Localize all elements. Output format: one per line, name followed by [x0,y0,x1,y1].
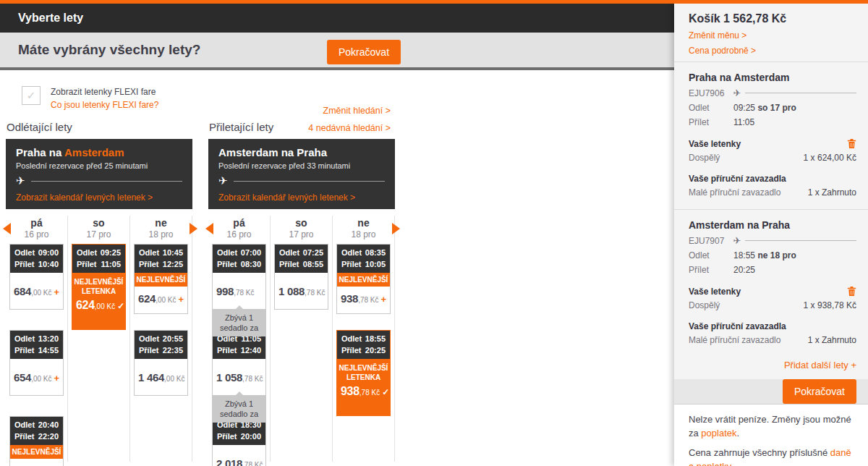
time-row: Přílet10:05 [341,259,386,270]
cheapest-banner: NEJLEVNĚJŠÍ LETENKA [337,359,390,384]
time-row: Přílet12:40 [217,345,261,356]
time-label: Přílet [217,259,237,270]
prev-days-arrow-icon[interactable] [3,223,11,234]
depart-date: so 17 pro [757,103,796,113]
segment-route: Amsterdam na Praha [689,219,856,231]
group-arriving: Přiletající lety Amsterdam na Praha Posl… [208,121,395,462]
day-column-header[interactable]: so 17 pro [271,216,333,243]
day-column-header[interactable]: so 17 pro [68,216,130,243]
day-column-header[interactable]: ne 18 pro [333,216,395,243]
flight-card[interactable]: Odlet10:45Přílet12:25NEJLEVNĚJŠÍ624,00 K… [134,244,188,314]
time-label: Odlet [341,334,362,344]
price: 1 088,78 Kč [275,273,328,309]
continue-button-basket[interactable]: Pokračovat [783,379,856,404]
depart-value: 09:25 so 17 pro [733,103,796,113]
price-detail-link[interactable]: Cena podrobně > [689,46,856,56]
flight-slot [271,416,332,466]
flight-times: Odlet18:55Přílet20:25 [337,331,390,359]
flight-times: Odlet20:40Přílet22:20 [10,417,63,445]
day-column-header[interactable]: pá 16 pro [6,216,68,243]
time-row: Přílet14:55 [14,345,59,356]
flexi-checkbox[interactable]: ✓ [22,86,41,105]
segment-flight-row: EJU7907 ✈ [689,235,856,246]
flight-card[interactable]: Odlet07:00Přílet08:30998,78 Kč [212,244,266,310]
day-of-week: so [271,217,332,229]
passenger-type: Dospělý [689,300,720,310]
flight-card[interactable]: Odlet20:55Přílet22:351 464,00 Kč [134,330,188,396]
flight-card[interactable]: Odlet18:55Přílet20:25NEJLEVNĚJŠÍ LETENKA… [336,330,391,416]
time-row: Odlet18:55 [341,334,386,344]
price-integer: 1 058 [216,371,242,384]
flight-card[interactable]: Odlet13:20Přílet14:55654,00 Kč+ [9,330,64,396]
continue-button-top[interactable]: Pokračovat [327,40,401,64]
change-search-link[interactable]: Změnit hledání > [217,106,391,116]
depart-time: 09:25 [733,103,757,113]
flexi-info-link[interactable]: Co jsou letenky FLEXI fare? [51,99,158,111]
day-of-week: ne [333,217,394,229]
time-value: 08:35 [365,247,386,258]
seats-left-note: Zbývá 1 sedadlo za [212,396,266,423]
time-row: Přílet11:05 [77,259,121,270]
day-of-week: so [68,217,129,229]
price: 1 058,78 Kč [213,359,265,395]
next-days-arrow-icon[interactable] [190,223,197,234]
day-column-header[interactable]: pá 16 pro [208,216,271,243]
route-highlight: Amsterdam [64,146,124,158]
time-value: 07:25 [303,247,323,258]
trash-icon[interactable] [847,286,856,297]
price: 938,78 Kč✓ [337,384,390,415]
time-label: Odlet [279,247,299,258]
time-value: 20:55 [163,334,183,344]
price: 624,00 Kč+ [10,459,63,466]
next-days-arrow-icon[interactable] [392,223,400,234]
flight-grid-departing: Odlet09:00Přílet10:40684,00 Kč+Odlet13:2… [6,243,192,462]
flight-card[interactable]: Odlet11:05Přílet12:401 058,78 Kč [212,330,266,396]
time-value: 20:25 [365,345,386,356]
group-heading: Přiletající lety [209,121,395,133]
flight-card[interactable]: Odlet09:00Přílet10:40684,00 Kč+ [9,244,64,310]
plus-icon[interactable]: + [54,287,60,297]
fee-link[interactable]: poplatek [701,428,736,439]
plus-icon[interactable]: + [179,294,184,305]
depart-row: Odlet 09:25 so 17 pro [689,103,856,113]
plus-icon[interactable]: + [54,373,60,384]
bag-type: Malé příruční zavazadlo [689,335,780,345]
ticket-price: 1 x 938,78 Kč [804,300,856,310]
flight-times: Odlet09:00Přílet10:40 [10,245,63,273]
change-currency-link[interactable]: Změnit měnu > [689,30,856,41]
add-flights-link[interactable]: Přidat další lety + [674,360,868,370]
prev-days-arrow-icon[interactable] [205,223,213,234]
legal-line: Cena zahrnuje všechny příslušné daně a p… [689,446,856,466]
flight-times: Odlet07:25Přílet08:55 [275,245,328,273]
time-row: Přílet12:25 [139,259,183,270]
flight-card[interactable]: Odlet09:25Přílet11:05NEJLEVNĚJŠÍ LETENKA… [72,244,126,330]
time-label: Odlet [217,247,237,258]
route-line [745,93,856,93]
flight-slot: Odlet08:35Přílet10:05NEJLEVNĚJŠÍ938,78 K… [333,244,394,330]
time-value: 11:05 [101,259,121,270]
day-column-header[interactable]: ne 18 pro [130,216,192,243]
seats-left-note: Zbývá 1 sedadlo za [212,310,266,336]
tickets-heading-row: Vaše letenky [689,138,856,149]
content: ✓ Zobrazit letenky FLEXI fare Co jsou le… [0,86,674,465]
price: 2 018,78 Kč [213,445,265,466]
cheap-calendar-link[interactable]: Zobrazit kalendář levných letenek > [16,192,182,203]
flight-card[interactable]: Odlet08:35Přílet10:05NEJLEVNĚJŠÍ938,78 K… [336,244,391,314]
day-date: 16 pro [208,229,270,240]
depart-row: Odlet 18:55 ne 18 pro [689,250,856,260]
plus-icon[interactable]: + [381,294,387,305]
flight-column: Odlet07:00Přílet08:30998,78 KčZbývá 1 se… [208,243,271,462]
time-label: Přílet [14,431,35,442]
flight-times: Odlet07:00Přílet08:30 [213,245,265,273]
flight-card[interactable]: Odlet20:40Přílet22:20NEJLEVNĚJŠÍ624,00 K… [9,416,64,466]
time-value: 22:35 [163,345,183,356]
flight-card[interactable]: Odlet07:25Přílet08:551 088,78 Kč [274,244,328,310]
cheap-calendar-link[interactable]: Zobrazit kalendář levných letenek > [218,192,385,203]
trash-icon[interactable] [847,138,856,149]
flight-times: Odlet09:25Přílet11:05 [72,245,125,273]
price: 1 464,00 Kč [135,359,187,395]
flight-slot [68,416,129,466]
time-label: Přílet [139,259,159,270]
time-row: Přílet10:40 [14,259,59,270]
flight-card[interactable]: Odlet18:30Přílet20:002 018,78 Kč [212,416,266,466]
